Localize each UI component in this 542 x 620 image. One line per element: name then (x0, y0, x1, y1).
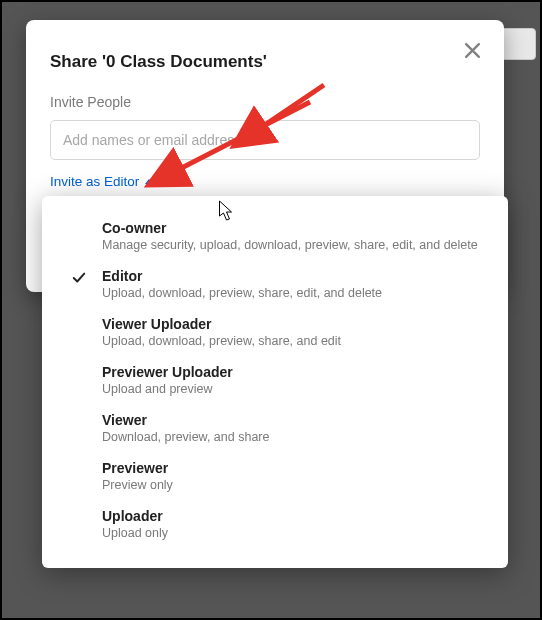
check-icon (72, 271, 86, 285)
invite-role-dropdown-trigger[interactable]: Invite as Editor (50, 174, 153, 189)
role-option[interactable]: Viewer UploaderUpload, download, preview… (42, 308, 508, 356)
role-option[interactable]: Previewer UploaderUpload and preview (42, 356, 508, 404)
role-option-desc: Upload and preview (102, 382, 480, 396)
caret-up-icon (145, 179, 153, 184)
role-option-desc: Preview only (102, 478, 480, 492)
role-option-name: Uploader (102, 508, 480, 524)
role-option-desc: Upload, download, preview, share, edit, … (102, 286, 480, 300)
close-icon (464, 42, 481, 62)
invite-people-label: Invite People (50, 94, 480, 110)
invite-role-label: Invite as Editor (50, 174, 139, 189)
role-option-name: Previewer Uploader (102, 364, 480, 380)
role-option-desc: Upload, download, preview, share, and ed… (102, 334, 480, 348)
role-option[interactable]: PreviewerPreview only (42, 452, 508, 500)
role-option-name: Viewer Uploader (102, 316, 480, 332)
dialog-title: Share '0 Class Documents' (50, 52, 480, 72)
role-option[interactable]: UploaderUpload only (42, 500, 508, 548)
role-option-name: Editor (102, 268, 480, 284)
role-option-name: Previewer (102, 460, 480, 476)
role-option-name: Co-owner (102, 220, 480, 236)
close-button[interactable] (458, 38, 486, 66)
role-option-name: Viewer (102, 412, 480, 428)
role-dropdown-menu: Co-ownerManage security, upload, downloa… (42, 196, 508, 568)
role-option[interactable]: Co-ownerManage security, upload, downloa… (42, 212, 508, 260)
role-option-desc: Download, preview, and share (102, 430, 480, 444)
role-option-desc: Manage security, upload, download, previ… (102, 238, 480, 252)
role-option[interactable]: EditorUpload, download, preview, share, … (42, 260, 508, 308)
role-option-desc: Upload only (102, 526, 480, 540)
role-option[interactable]: ViewerDownload, preview, and share (42, 404, 508, 452)
invite-input[interactable] (50, 120, 480, 160)
